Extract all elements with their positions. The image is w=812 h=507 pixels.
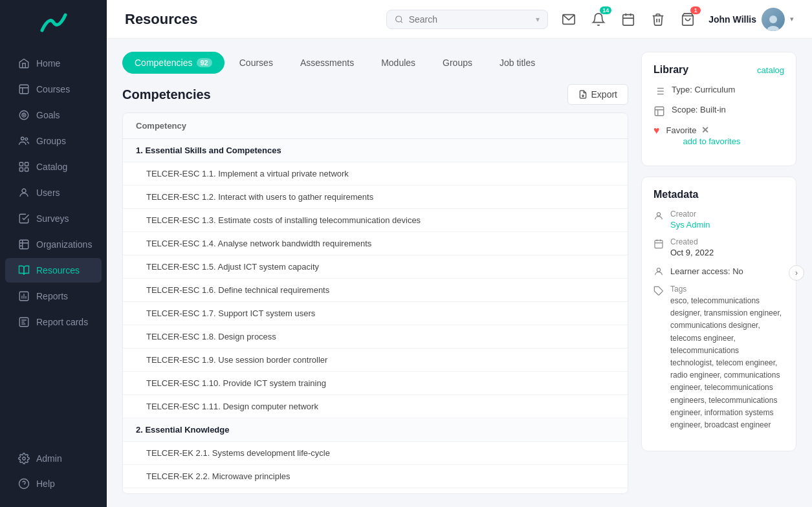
metadata-created-row: Created Oct 9, 2022	[653, 237, 784, 257]
tab-modules[interactable]: Modules	[369, 52, 428, 74]
tab-courses[interactable]: Courses	[227, 52, 285, 74]
table-row[interactable]: TELCER-EK 2.3. ICT system user requireme…	[123, 488, 628, 494]
library-type-value: Curriculum	[694, 85, 735, 94]
notifications-icon-btn[interactable]: 14	[588, 9, 609, 30]
library-card-header: Library catalog	[653, 64, 784, 76]
svg-rect-8	[19, 168, 23, 171]
search-input[interactable]	[409, 14, 531, 25]
sidebar-item-report-cards-label: Report cards	[36, 317, 88, 327]
metadata-created-content: Created Oct 9, 2022	[670, 237, 784, 257]
favorite-label: Favorite	[666, 125, 697, 135]
sidebar-item-groups-label: Groups	[36, 136, 66, 146]
table-row[interactable]: TELCER-EK 2.2. Microwave principles	[123, 465, 628, 488]
svg-rect-6	[19, 162, 23, 166]
sidebar: Home Courses Goals Groups Catalog Users	[0, 0, 107, 507]
tab-job-titles[interactable]: Job titles	[487, 52, 547, 74]
favorite-heart-icon: ♥	[653, 125, 660, 136]
remove-favorite-button[interactable]: ✕	[701, 125, 709, 135]
metadata-tags-row: Tags esco, telecommunications designer, …	[653, 285, 784, 431]
table-row[interactable]: TELCER-ESC 1.8. Design process	[123, 325, 628, 349]
table-row[interactable]: TELCER-ESC 1.5. Adjust ICT system capaci…	[123, 255, 628, 279]
sidebar-item-home[interactable]: Home	[5, 51, 102, 76]
sidebar-item-help[interactable]: Help	[5, 471, 102, 496]
sidebar-item-goals[interactable]: Goals	[5, 103, 102, 127]
search-icon	[395, 14, 403, 25]
tags-icon	[653, 286, 664, 296]
table-row[interactable]: TELCER-ESC 1.1. Implement a virtual priv…	[123, 162, 628, 186]
metadata-learner-label: Learner access:	[670, 266, 730, 276]
svg-point-30	[657, 213, 660, 216]
metadata-creator-value[interactable]: Sys Admin	[670, 220, 784, 230]
sidebar-item-resources-label: Resources	[36, 265, 80, 275]
table-row[interactable]: TELCER-ESC 1.4. Analyse network bandwidt…	[123, 232, 628, 255]
favorite-content: Favorite ✕ add to favorites	[666, 125, 741, 146]
sidebar-item-courses-label: Courses	[36, 84, 70, 94]
user-dropdown-arrow[interactable]: ▾	[790, 15, 794, 23]
svg-point-15	[19, 479, 29, 489]
table-row[interactable]: TELCER-ESC 1.2. Interact with users to g…	[123, 186, 628, 209]
sidebar-item-reports[interactable]: Reports	[5, 284, 102, 308]
search-dropdown-arrow[interactable]: ▾	[536, 15, 540, 24]
mail-icon-btn[interactable]	[558, 9, 579, 30]
sidebar-item-report-cards[interactable]: Report cards	[5, 310, 102, 334]
table-row[interactable]: TELCER-ESC 1.6. Define technical require…	[123, 279, 628, 302]
table-row[interactable]: TELCER-ESC 1.11. Design computer network	[123, 395, 628, 418]
tab-assessments[interactable]: Assessments	[288, 52, 366, 74]
metadata-creator-label: Creator	[670, 210, 784, 219]
metadata-card-header: Metadata	[653, 189, 784, 200]
metadata-creator-content: Creator Sys Admin	[670, 210, 784, 230]
metadata-tags-content: Tags esco, telecommunications designer, …	[670, 285, 784, 431]
page-title: Resources	[125, 11, 198, 28]
table-row[interactable]: 1. Essential Skills and Competences	[123, 139, 628, 162]
catalog-link[interactable]: catalog	[757, 65, 784, 75]
export-icon	[578, 90, 587, 99]
library-scope-text: Scope: Built-in	[672, 105, 726, 114]
sidebar-item-users[interactable]: Users	[5, 180, 102, 205]
calendar-icon	[621, 12, 635, 27]
sidebar-item-surveys[interactable]: Surveys	[5, 206, 102, 231]
sidebar-item-resources[interactable]: Resources	[5, 258, 102, 283]
library-scope-label: Scope:	[672, 105, 697, 114]
library-type-label: Type:	[672, 85, 692, 94]
cart-badge: 1	[690, 6, 701, 14]
svg-rect-9	[25, 168, 28, 171]
export-button[interactable]: Export	[567, 84, 628, 105]
table-row[interactable]: TELCER-EK 2.1. Systems development life-…	[123, 442, 628, 465]
svg-rect-31	[655, 241, 663, 248]
sidebar-item-courses[interactable]: Courses	[5, 77, 102, 102]
competencies-table[interactable]: Competency 1. Essential Skills and Compe…	[122, 113, 628, 494]
calendar-icon-btn[interactable]	[618, 9, 639, 30]
table-row[interactable]: TELCER-ESC 1.9. Use session border contr…	[123, 349, 628, 372]
table-row[interactable]: TELCER-ESC 1.3. Estimate costs of instal…	[123, 209, 628, 232]
scope-icon	[653, 105, 665, 117]
library-scope-value: Built-in	[700, 105, 726, 114]
tab-assessments-label: Assessments	[300, 58, 354, 68]
metadata-created-value: Oct 9, 2022	[670, 248, 784, 257]
right-panel-collapse-handle[interactable]: ›	[789, 265, 804, 281]
table-row[interactable]: TELCER-ESC 1.7. Support ICT system users	[123, 302, 628, 325]
tab-competencies[interactable]: Competencies 92	[122, 52, 225, 74]
svg-point-32	[657, 268, 660, 272]
right-panel-wrapper: Library catalog Type: Curriculum	[641, 52, 796, 494]
learner-icon	[653, 266, 664, 277]
created-icon	[653, 239, 664, 249]
right-panel: Library catalog Type: Curriculum	[641, 52, 796, 451]
sidebar-item-catalog[interactable]: Catalog	[5, 155, 102, 179]
svg-point-21	[767, 26, 780, 31]
sidebar-item-admin[interactable]: Admin	[5, 446, 102, 471]
user-info[interactable]: John Willis ▾	[708, 8, 794, 31]
sidebar-item-groups[interactable]: Groups	[5, 129, 102, 153]
cart-icon-btn[interactable]: 1	[677, 9, 698, 30]
sidebar-item-home-label: Home	[36, 58, 60, 69]
table-row[interactable]: TELCER-ESC 1.10. Provide ICT system trai…	[123, 372, 628, 395]
svg-point-4	[21, 137, 25, 140]
tab-groups[interactable]: Groups	[430, 52, 485, 74]
trash-icon-btn[interactable]	[648, 9, 668, 30]
table-row[interactable]: 2. Essential Knowledge	[123, 418, 628, 442]
svg-rect-7	[25, 162, 28, 166]
search-bar[interactable]: ▾	[386, 10, 548, 29]
add-to-favorites-link[interactable]: add to favorites	[683, 136, 741, 146]
tabs-bar: Competencies 92 Courses Assessments Modu…	[122, 52, 628, 74]
table-column-header: Competency	[123, 113, 628, 139]
sidebar-item-organizations[interactable]: Organizations	[5, 232, 102, 257]
